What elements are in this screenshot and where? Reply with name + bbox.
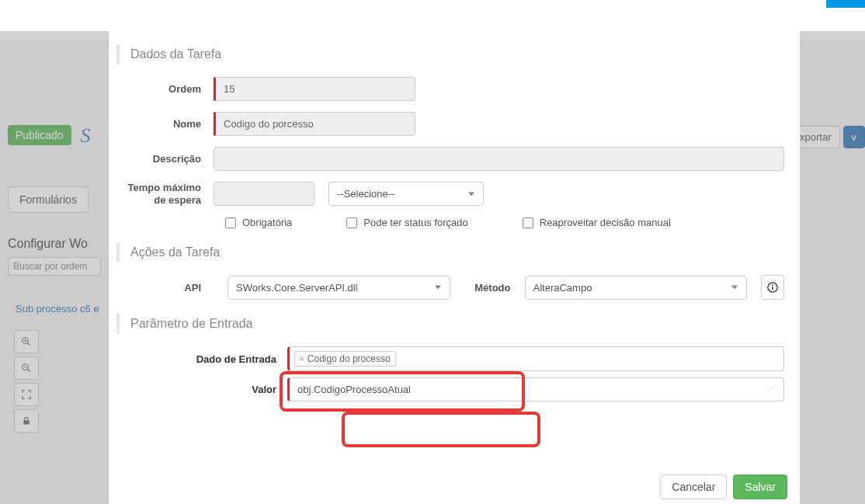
tag-label: Codigo do processo bbox=[307, 353, 391, 364]
svg-point-9 bbox=[772, 284, 773, 286]
info-icon[interactable] bbox=[761, 275, 784, 300]
checkbox-status-forcado-label: Pode ter status forçado bbox=[363, 217, 467, 228]
select-api[interactable]: SWorks.Core.ServerAPI.dll bbox=[228, 276, 450, 300]
tag-codigo-processo[interactable]: × Codigo do processo bbox=[294, 351, 396, 367]
label-metodo: Método bbox=[464, 282, 511, 294]
select-metodo[interactable]: AlteraCampo bbox=[525, 276, 748, 300]
checkbox-box bbox=[523, 217, 533, 228]
checkbox-box bbox=[225, 217, 236, 228]
label-ordem: Ordem bbox=[116, 83, 214, 95]
input-descricao[interactable] bbox=[214, 147, 784, 171]
page-background: Publicado S xportar v Formulários Config… bbox=[0, 0, 865, 504]
checkbox-reaproveitar[interactable]: Reaproveitar decisão manual bbox=[523, 217, 671, 228]
select-api-value: SWorks.Core.ServerAPI.dll bbox=[228, 276, 450, 300]
checkbox-row: Obrigatória Pode ter status forçado Reap… bbox=[116, 217, 784, 228]
caret-down-icon bbox=[731, 286, 738, 290]
checkbox-status-forcado[interactable]: Pode ter status forçado bbox=[346, 217, 467, 228]
checkbox-obrigatoria-label: Obrigatória bbox=[242, 217, 292, 228]
checkbox-reaproveitar-label: Reaproveitar decisão manual bbox=[540, 217, 671, 228]
section-parametro-entrada: Parâmetro de Entrada bbox=[116, 314, 784, 334]
caret-down-icon bbox=[468, 192, 474, 196]
input-tempo-num[interactable] bbox=[214, 182, 314, 206]
input-valor[interactable]: obj.CodigoProcessoAtual ⋰ bbox=[287, 377, 784, 401]
modal-footer: Cancelar Salvar bbox=[660, 474, 787, 499]
label-valor: Valor bbox=[248, 384, 287, 395]
input-ordem[interactable] bbox=[214, 77, 415, 101]
section-acoes-tarefa: Ações da Tarefa bbox=[116, 242, 784, 262]
top-accent-bar bbox=[826, 0, 865, 8]
label-api: API bbox=[116, 282, 214, 294]
label-descricao: Descrição bbox=[116, 153, 214, 165]
tag-remove-icon[interactable]: × bbox=[300, 355, 304, 363]
select-tempo-unit-value: --Selecione-- bbox=[328, 182, 484, 206]
task-config-modal: Dados da Tarefa Ordem Nome Descrição Tem… bbox=[109, 27, 800, 504]
label-tempo-max: Tempo máximo de espera bbox=[116, 182, 214, 206]
checkbox-obrigatoria[interactable]: Obrigatória bbox=[225, 217, 292, 228]
label-nome: Nome bbox=[116, 118, 214, 130]
save-button[interactable]: Salvar bbox=[733, 474, 787, 499]
label-dado-entrada: Dado de Entrada bbox=[186, 353, 287, 365]
input-nome[interactable] bbox=[214, 112, 415, 136]
section-dados-tarefa: Dados da Tarefa bbox=[116, 44, 784, 64]
input-valor-text: obj.CodigoProcessoAtual bbox=[297, 384, 411, 395]
select-tempo-unit[interactable]: --Selecione-- bbox=[328, 182, 484, 206]
select-metodo-value: AlteraCampo bbox=[525, 276, 748, 300]
input-dado-entrada[interactable]: × Codigo do processo bbox=[287, 346, 784, 371]
caret-down-icon bbox=[435, 286, 441, 290]
cancel-button[interactable]: Cancelar bbox=[660, 474, 727, 499]
checkbox-box bbox=[346, 217, 357, 228]
resize-handle-icon[interactable]: ⋰ bbox=[768, 384, 776, 391]
svg-rect-10 bbox=[772, 287, 773, 290]
